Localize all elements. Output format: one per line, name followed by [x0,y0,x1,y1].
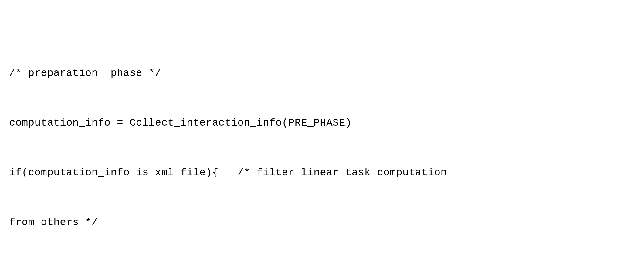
code-line: from others */ [9,217,635,228]
code-line: /* preparation phase */ [9,68,635,78]
code-line: computation_info = Collect_interaction_i… [9,118,635,128]
code-line: if(computation_info is xml file){ /* fil… [9,167,635,178]
code-snippet: /* preparation phase */ computation_info… [9,47,635,263]
